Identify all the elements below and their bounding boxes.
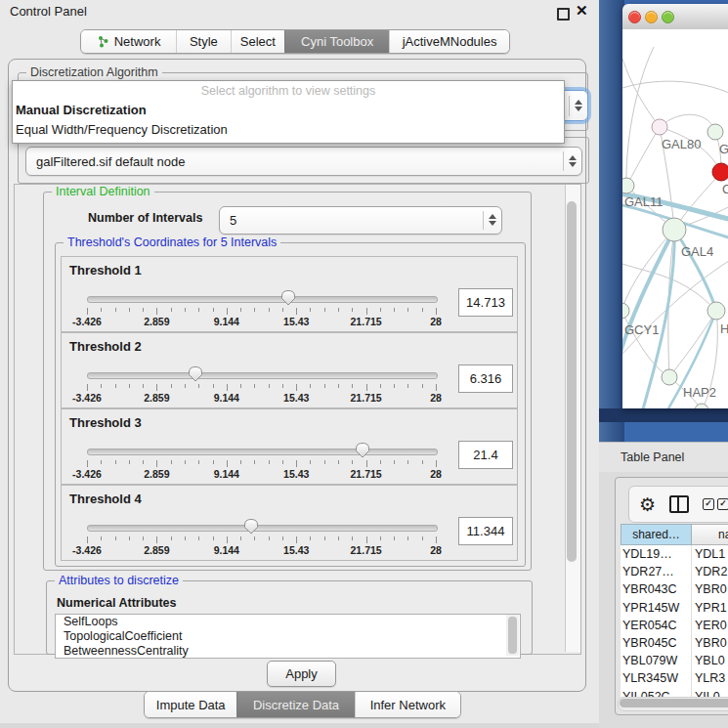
column-header-shared-name[interactable]: shared… — [621, 524, 692, 545]
close-icon[interactable]: ✕ — [576, 2, 588, 20]
tab-discretize-data[interactable]: Discretize Data — [236, 692, 354, 717]
slider-tick — [380, 536, 381, 540]
slider-tick-label: -3.426 — [63, 468, 111, 480]
close-traffic-light-icon[interactable] — [628, 11, 641, 23]
table-toolbar: ⚙ ✓ ✓ — [628, 486, 728, 523]
checkbox-icon[interactable]: ✓ — [717, 498, 728, 510]
right-region: GAL80GCGAL11GAL4GCY1HHAP2 Table Panel ⚙ … — [599, 0, 728, 728]
threshold-value-field[interactable]: 6.316 — [458, 364, 513, 393]
dropdown-option-equal-width[interactable]: Equal Width/Frequency Discretization — [13, 120, 564, 140]
slider-tick — [352, 460, 353, 464]
threshold-slider-track[interactable] — [87, 449, 438, 455]
vertical-scrollbar-thumb[interactable] — [567, 201, 577, 562]
network-edge[interactable] — [660, 114, 715, 132]
threshold-value-field[interactable]: 21.4 — [458, 441, 513, 469]
slider-tick — [227, 308, 228, 315]
slider-tick — [87, 384, 88, 391]
slider-tick-label: -3.426 — [63, 544, 111, 556]
slider-tick — [254, 536, 255, 540]
h-node[interactable] — [707, 302, 725, 320]
threshold-slider-track[interactable] — [87, 525, 438, 532]
network-window-titlebar[interactable] — [622, 4, 728, 30]
gal-right-node[interactable] — [707, 124, 723, 140]
threshold-slider-thumb[interactable] — [280, 289, 296, 306]
table-row[interactable]: YLR345WYLR3 — [621, 669, 728, 687]
gal11-node[interactable] — [622, 178, 634, 193]
threshold-2-panel: Threshold 2 -3.4262.8599.14415.4321.7152… — [61, 332, 518, 408]
table-cell-name: YER0 — [692, 617, 728, 634]
table-cell-shared-name: YER054C — [621, 617, 692, 634]
tab-style[interactable]: Style — [176, 30, 231, 53]
slider-tick — [324, 308, 325, 312]
tab-label: Network — [114, 34, 161, 49]
number-of-intervals-combobox[interactable]: 5 — [219, 206, 502, 235]
threshold-slider-track[interactable] — [87, 372, 438, 379]
hap2-node[interactable] — [662, 369, 677, 385]
threshold-slider-track[interactable] — [87, 296, 438, 303]
table-row[interactable]: YBR043CYBR0 — [621, 580, 728, 598]
table-row[interactable]: YBL079WYBL0 — [621, 652, 728, 669]
dropdown-option-manual[interactable]: Manual Discretization — [13, 101, 564, 120]
threshold-slider-thumb[interactable] — [355, 442, 370, 458]
tab-network[interactable]: Network — [81, 30, 176, 53]
slider-tick — [380, 460, 381, 464]
gal80-node[interactable] — [652, 119, 667, 135]
tab-impute-data[interactable]: Impute Data — [145, 692, 236, 717]
table-row[interactable]: YDL19…YDL1 — [621, 545, 728, 563]
threshold-slider-thumb[interactable] — [243, 518, 259, 535]
checkbox-icon[interactable]: ✓ — [703, 498, 714, 510]
network-edge[interactable] — [669, 311, 716, 377]
slider-tick-label: 9.144 — [202, 468, 251, 480]
gal4-node[interactable] — [663, 218, 686, 241]
numerical-attributes-label: Numerical Attributes — [57, 596, 176, 610]
minimize-traffic-light-icon[interactable] — [645, 11, 658, 23]
zoom-traffic-light-icon[interactable] — [662, 11, 674, 23]
slider-tick — [171, 308, 172, 312]
slider-tick — [422, 536, 423, 540]
slider-tick-label: 21.715 — [342, 544, 391, 556]
slider-tick-label: 15.43 — [272, 468, 321, 480]
gcy1-node[interactable] — [622, 303, 629, 319]
attribute-list-item[interactable]: BetweennessCentrality — [56, 644, 520, 659]
slider-tick — [269, 308, 270, 312]
tab-select[interactable]: Select — [231, 30, 285, 53]
column-header-name[interactable]: name — [692, 524, 728, 545]
slider-tick — [394, 460, 395, 464]
gear-icon[interactable]: ⚙ — [639, 495, 656, 514]
tab-jactivemnodules[interactable]: jActiveMNodules — [389, 30, 509, 53]
network-edge[interactable] — [622, 59, 660, 127]
slider-tick — [227, 384, 228, 391]
network-edge[interactable] — [626, 127, 660, 186]
slider-tick — [185, 536, 186, 540]
table-row[interactable]: YER054CYER0 — [621, 617, 728, 634]
table-row[interactable]: YPR145WYPR1 — [621, 599, 728, 617]
network-canvas[interactable]: GAL80GCGAL11GAL4GCY1HHAP2 — [622, 29, 728, 408]
threshold-value-field[interactable]: 14.713 — [458, 288, 513, 317]
attribute-list-item[interactable]: TopologicalCoefficient — [56, 629, 520, 644]
table-data-combobox[interactable]: galFiltered.sif default node — [25, 147, 582, 176]
tab-cyni-toolbox[interactable]: Cyni Toolbox — [284, 30, 389, 53]
slider-tick — [352, 536, 353, 540]
slider-tick — [380, 308, 381, 312]
network-edge-highlighted[interactable] — [622, 230, 674, 364]
table-row[interactable]: YDR27…YDR2 — [621, 563, 728, 580]
float-window-icon[interactable] — [557, 8, 570, 21]
node-label: C — [722, 182, 728, 196]
threshold-value-field[interactable]: 11.344 — [458, 517, 513, 545]
apply-button[interactable]: Apply — [267, 661, 336, 687]
slider-tick — [213, 308, 214, 312]
horizontal-scrollbar-thumb[interactable] — [620, 699, 728, 707]
slider-tick — [366, 460, 367, 467]
tab-infer-network[interactable]: Infer Network — [355, 692, 460, 717]
desktop-shade — [599, 0, 624, 442]
table-row[interactable]: YBR045CYBR0 — [621, 634, 728, 652]
network-edge-highlighted[interactable] — [674, 230, 716, 311]
split-view-icon[interactable] — [669, 495, 689, 513]
group-title: Interval Definition — [52, 185, 154, 198]
attributes-list-scrollbar-thumb[interactable] — [508, 617, 517, 654]
red-node[interactable] — [712, 163, 728, 181]
slider-tick-label: 9.144 — [202, 392, 251, 404]
network-edge[interactable] — [626, 47, 654, 186]
threshold-slider-thumb[interactable] — [188, 365, 203, 382]
attribute-list-item[interactable]: SelfLoops — [56, 615, 520, 629]
